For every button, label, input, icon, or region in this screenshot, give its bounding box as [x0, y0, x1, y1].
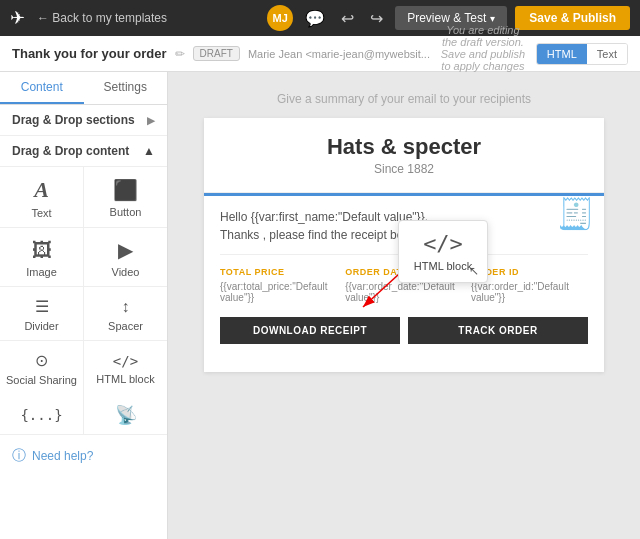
text-content-icon: A: [34, 177, 49, 203]
drag-drop-content-header[interactable]: Drag & Drop content ▲: [0, 136, 167, 167]
total-price-value: {{var:total_price:"Default value"}}: [220, 281, 329, 303]
video-label: Video: [112, 266, 140, 278]
content-item-button[interactable]: ⬛ Button: [84, 167, 167, 227]
divider-content-icon: ☰: [35, 297, 49, 316]
download-receipt-button[interactable]: DOWNLOAD RECEIPT: [220, 317, 400, 344]
format-toggle: HTML Text: [536, 43, 628, 65]
content-item-social[interactable]: ⊙ Social Sharing: [0, 341, 83, 394]
tab-settings[interactable]: Settings: [84, 72, 168, 104]
content-item-video[interactable]: ▶ Video: [84, 228, 167, 286]
video-content-icon: ▶: [118, 238, 133, 262]
undo-icon[interactable]: ↩: [337, 5, 358, 32]
help-link[interactable]: Need help?: [32, 449, 93, 463]
html-block-content-icon: </>: [113, 353, 138, 369]
spacer-content-icon: ↕: [122, 298, 130, 316]
spacer-label: Spacer: [108, 320, 143, 332]
image-label: Image: [26, 266, 57, 278]
email-header: Hats & specter Since 1882: [204, 118, 604, 193]
html-block-tooltip: </> HTML block ↖: [398, 220, 488, 283]
save-publish-button[interactable]: Save & Publish: [515, 6, 630, 30]
chevron-right-icon: ▶: [147, 115, 155, 126]
cursor-icon: ↖: [469, 264, 479, 278]
extra-icon-1: {...}: [20, 407, 62, 423]
comment-icon[interactable]: 💬: [301, 5, 329, 32]
html-block-tooltip-icon: </>: [423, 231, 463, 256]
total-price-label: TOTAL PRICE: [220, 267, 329, 277]
content-item-html[interactable]: </> HTML block: [84, 341, 167, 394]
text-format-button[interactable]: Text: [587, 44, 627, 64]
order-date-value: {{var:order_date:"Default value"}}: [345, 281, 455, 303]
redo-icon[interactable]: ↪: [366, 5, 387, 32]
email-brand-subtitle: Since 1882: [220, 162, 588, 176]
html-format-button[interactable]: HTML: [537, 44, 587, 64]
content-item-spacer[interactable]: ↕ Spacer: [84, 287, 167, 340]
image-content-icon: 🖼: [32, 239, 52, 262]
button-content-icon: ⬛: [113, 178, 138, 202]
drag-drop-sections-header[interactable]: Drag & Drop sections ▶: [0, 105, 167, 136]
tab-content[interactable]: Content: [0, 72, 84, 104]
app-logo: ✈: [10, 7, 25, 29]
total-price-col: TOTAL PRICE {{var:total_price:"Default v…: [220, 267, 337, 303]
html-block-label: HTML block: [96, 373, 154, 385]
help-icon: ⓘ: [12, 447, 26, 465]
chevron-up-icon: ▲: [143, 144, 155, 158]
html-block-tooltip-label: HTML block: [414, 260, 472, 272]
social-label: Social Sharing: [6, 374, 77, 386]
sidebar-bottom: ⓘ Need help?: [0, 434, 167, 477]
sidebar-tabs: Content Settings: [0, 72, 167, 105]
template-subtitle: Marie Jean <marie-jean@mywebsit...: [248, 48, 430, 60]
receipt-icon: 🧾: [557, 196, 594, 231]
top-navigation: ✈ ← Back to my templates MJ 💬 ↩ ↪ Previe…: [0, 0, 640, 36]
social-content-icon: ⊙: [35, 351, 48, 370]
content-items-grid: A Text ⬛ Button 🖼 Image ▶ Video ☰ Divide…: [0, 167, 167, 394]
extra-item-1[interactable]: {...}: [0, 394, 83, 434]
back-button[interactable]: ← Back to my templates: [37, 11, 167, 25]
sidebar: Content Settings Drag & Drop sections ▶ …: [0, 72, 168, 539]
draft-badge: DRAFT: [193, 46, 240, 61]
email-action-buttons: DOWNLOAD RECEIPT TRACK ORDER: [220, 317, 588, 344]
main-layout: Content Settings Drag & Drop sections ▶ …: [0, 72, 640, 539]
content-item-divider[interactable]: ☰ Divider: [0, 287, 83, 340]
divider-label: Divider: [24, 320, 58, 332]
email-canvas: Give a summary of your email to your rec…: [168, 72, 640, 539]
extra-items-grid: {...} 📡: [0, 394, 167, 434]
extra-icon-2: 📡: [115, 404, 137, 426]
canvas-hint: Give a summary of your email to your rec…: [188, 92, 620, 106]
button-label: Button: [110, 206, 142, 218]
order-id-value: {{var:order_id:"Default value"}}: [471, 281, 580, 303]
content-item-image[interactable]: 🖼 Image: [0, 228, 83, 286]
track-order-button[interactable]: TRACK ORDER: [408, 317, 588, 344]
template-title: Thank you for your order: [12, 46, 167, 61]
chevron-down-icon: ▾: [490, 13, 495, 24]
edit-title-icon[interactable]: ✏: [175, 47, 185, 61]
email-brand-title: Hats & specter: [220, 134, 588, 160]
text-label: Text: [31, 207, 51, 219]
content-item-text[interactable]: A Text: [0, 167, 83, 227]
user-avatar: MJ: [267, 5, 293, 31]
extra-item-2[interactable]: 📡: [84, 394, 167, 434]
title-bar: Thank you for your order ✏ DRAFT Marie J…: [0, 36, 640, 72]
